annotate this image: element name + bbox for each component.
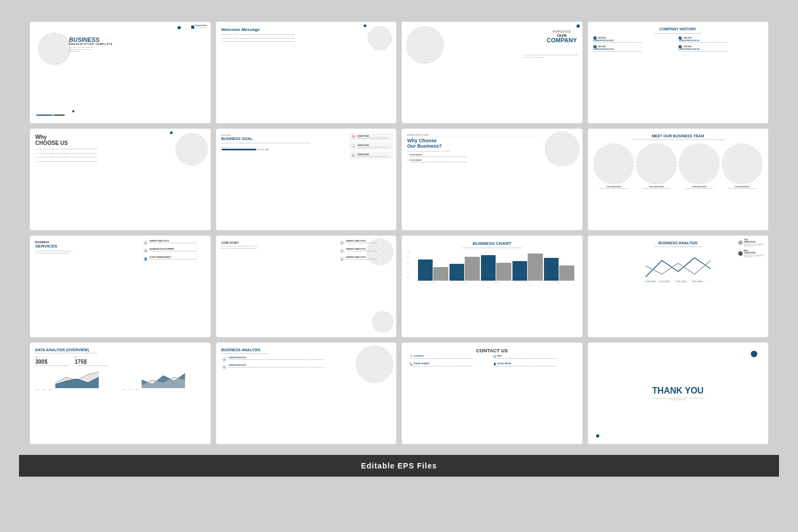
services-main: BUSINESS SERVICES Lorem ipsum dolor sit … (35, 241, 129, 254)
slide-case-study: CASE STUDY Lorem ipsum dolor sit amet co… (216, 236, 397, 337)
why-choose-circle (544, 131, 580, 167)
biz-subtitle: BUSINESS SUBTITLE HERE... (407, 134, 538, 137)
case-item-1: ◎ MARKET ANALYTICS Lorem ipsum dolor sit… (339, 240, 394, 245)
introduce-company: COMPANY (547, 38, 577, 43)
service-text-1: MARKET ANALYTICS Lorem ipsum dolor sit a… (150, 240, 198, 244)
analysis-description: Lorem ipsum dolor sit amet, consectetur … (593, 246, 763, 248)
bar-group-1 (418, 259, 448, 281)
choose-list: ✓ Lorem ipsum dolor sit amet, consectetu… (35, 148, 167, 163)
ba-item-1: ◎ LOREM IPSUM DOLOR Lorem ipsum dolor si… (221, 357, 356, 362)
lorem-icon-1: ⏰ (351, 135, 356, 139)
case-circle-bottom (372, 311, 394, 333)
team-member-2: Lorem Ipsum dolor Lorem ipsum dolor sit … (636, 143, 677, 189)
bar-group-2 (449, 257, 480, 281)
case-description: Lorem ipsum dolor sit amet consectetur a… (221, 245, 259, 249)
team-member-4: Lorem Ipsum dolor Lorem ipsum dolor sit … (721, 143, 763, 189)
case-title: CASE STUDY (221, 241, 306, 244)
chart-title: BUSINESS CHART (407, 241, 577, 246)
welcome-title: Welcome Message (221, 27, 362, 32)
stat-item-2: 02 175$ Lorem ipsum dolor sit at lorem, … (75, 356, 109, 366)
thankyou-dot-2 (596, 434, 599, 438)
lorem-icon-3: ⚙ (351, 153, 356, 157)
slide-meet-team: MEET OUR BUSINESS TEAM Lorem ipsum dolor… (588, 129, 769, 230)
progress-row: 80% (221, 149, 315, 151)
contact-grid: 📍 LOCATION Lorem ipsum dolor sit at amet… (407, 355, 577, 367)
slide-data-analysis: DATA ANALYSIS (OVERVIEW) Lorem ipsum dol… (30, 343, 211, 444)
bar-2a (449, 264, 464, 281)
bar-3b (496, 263, 511, 281)
bar-3a (481, 255, 496, 281)
choose-circle (175, 133, 208, 166)
bar-1b (433, 267, 448, 281)
welcome-para-2: Lorem ipsum dolor sit amet, consectetur … (221, 37, 362, 40)
slide-contact-us: CONTACT US 📍 LOCATION Lorem ipsum dolor … (402, 343, 582, 444)
slide-business-analysis-line: BUSINESS ANALYSIS Lorem ipsum dolor sit … (588, 236, 769, 337)
member-photo-2 (636, 143, 677, 185)
slide1-description: Lorem ipsum dolor sit amet, consectetur … (69, 47, 96, 53)
progress-fill (221, 149, 256, 150)
service-icon-3: 👤 (143, 256, 148, 262)
progress-pct: 80% (266, 149, 269, 151)
choose-dot (170, 131, 173, 134)
case-text-3: MARKET ANALYTICS Lorem ipsum dolor sit a… (346, 256, 377, 260)
history-title: COMPANY HISTORY (593, 27, 763, 31)
slides-grid: Company Name Your Tagline Here BUSINESS … (19, 11, 779, 455)
legend-item-1: 75% LOREM IPSUM Lorem ipsum dolor sit at… (738, 238, 765, 246)
lorem-items: ⏰ LOREM IPSUM Lorem ipsum dolor sit is a… (350, 133, 393, 161)
line-accent-2 (54, 115, 65, 116)
slide1-main-title: BUSINESS (69, 37, 113, 43)
goal-content: Lorem Ipsum BUSINESS GOAL Lorem ipsum do… (221, 134, 315, 151)
biz-description: Lorem ipsum dolor sit amet, consectetur … (407, 150, 538, 153)
lorem-icon-2: ✓ (351, 144, 356, 148)
chart-x-axis: 2020-2021 2021-2022 2022-2023 2023-2024 … (415, 281, 577, 282)
service-icon-1: ◎ (143, 240, 148, 245)
service-text-2: BUSINESS DEVELOPMENT Lorem ipsum dolor s… (150, 248, 198, 252)
case-items: ◎ MARKET ANALYTICS Lorem ipsum dolor sit… (339, 240, 394, 264)
timeline-item-2: 3 2022-2023 LOREM IPSUM DOLOR SIT- Lorem… (679, 36, 763, 43)
ba-icon-1: ◎ (221, 357, 227, 362)
check-icon-3: ✓ (35, 157, 37, 159)
service-item-3: 👤 CLIENT MANAGEMENT Lorem ipsum dolor si… (143, 256, 208, 262)
introduce-description: Lorem ipsum dolor sit amet, consectetur … (524, 54, 578, 58)
choose-item-2: ✓ Lorem ipsum dolor sit amet, consectetu… (35, 153, 167, 155)
ba-image (356, 345, 394, 383)
check-icon-1: ✓ (35, 149, 37, 151)
case-item-2: ◎ MARKET ANALYTICS Lorem ipsum dolor sit… (339, 248, 394, 254)
slide1-title-block: BUSINESS PRESENTATION TEMPLATE Lorem ips… (69, 37, 113, 53)
footer-bar: Editable EPS Files (19, 455, 779, 477)
dot-1 (178, 26, 181, 29)
line-chart-area: 2022-2001 2021-2022 2022-2023 2023-2024 (593, 250, 763, 282)
lorem-item-1: ⏰ LOREM IPSUM Lorem ipsum dolor sit is a… (350, 133, 393, 141)
area-chart-1: Series 1 Series 2 Series 3 (35, 369, 119, 388)
slide-business-goal: Lorem Ipsum BUSINESS GOAL Lorem ipsum do… (216, 129, 397, 230)
lorem-text-2: LOREM IPSUM Lorem ipsum dolor sit is at … (357, 144, 389, 148)
ba-layout: ◎ LOREM IPSUM DOLOR Lorem ipsum dolor si… (221, 357, 391, 376)
ba-items-col: ◎ LOREM IPSUM DOLOR Lorem ipsum dolor si… (221, 357, 356, 376)
goal-title: BUSINESS GOAL (221, 137, 315, 141)
chart-legend: 75% LOREM IPSUM Lorem ipsum dolor sit at… (738, 238, 765, 260)
check-icon-2: ✓ (35, 153, 37, 155)
contact-phone: 📞 PHONE NUMBER Lorem ipsum dolor sit at … (410, 363, 491, 368)
stats-row: 01 300$ Lorem ipsum dolor sit at lorem, … (35, 356, 205, 366)
biz-item-1: ✓ Lorem Ipsum Lorem ipsum dolor sit at a… (407, 154, 538, 157)
case-icon-3: ◎ (339, 256, 345, 262)
welcome-content: Welcome Message Lorem ipsum dolor sit am… (221, 27, 391, 43)
welcome-para-3: Lorem ipsum dolor sit amet, consectetur … (221, 41, 362, 43)
bar-group-3 (481, 255, 511, 281)
legend-circle-1 (738, 240, 743, 245)
ba-text-2: LOREM IPSUM DOLOR Lorem ipsum dolor sit … (229, 364, 325, 368)
service-item-2: ⚙ BUSINESS DEVELOPMENT Lorem ipsum dolor… (143, 248, 208, 254)
slide-business-analysis-icons: BUSINESS ANALYSIS Lorem ipsum dolor sit … (216, 343, 397, 444)
legend-item-2: 80% LOREM IPSUM Lorem ipsum dolor sit at… (738, 249, 765, 257)
team-title: MEET OUR BUSINESS TEAM (593, 134, 763, 138)
charts-row: Series 1 Series 2 Series 3 Series 1 Seri… (35, 369, 205, 388)
legend-text-1: 75% LOREM IPSUM Lorem ipsum dolor sit at… (744, 238, 765, 246)
ba-text-1: LOREM IPSUM DOLOR Lorem ipsum dolor sit … (229, 357, 325, 360)
lorem-text-1: LOREM IPSUM Lorem ipsum dolor sit is at … (357, 135, 389, 139)
timeline-item-1: 1 2020-2021 LOREM IPSUM DOLOR SIT- Lorem… (593, 36, 677, 43)
slide-welcome: Welcome Message Lorem ipsum dolor sit am… (216, 22, 397, 123)
lorem-item-2: ✓ LOREM IPSUM Lorem ipsum dolor sit is a… (350, 142, 393, 150)
bar-group-4 (512, 254, 543, 281)
contact-web: 🌐 WEB Lorem ipsum dolor sit at amet is c… (493, 355, 574, 360)
slide-business-chart: BUSINESS CHART Lorem ipsum dolor sit ame… (402, 236, 582, 337)
